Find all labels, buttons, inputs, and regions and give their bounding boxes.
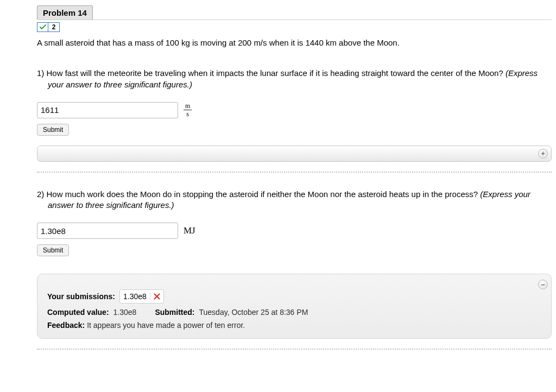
feedback-expander-1[interactable]: +: [37, 146, 552, 162]
unit-mj: MJ: [184, 225, 195, 236]
problem-title: Problem 14: [43, 8, 87, 17]
problem-tab[interactable]: Problem 14: [37, 5, 93, 20]
submitted-value: Tuesday, October 25 at 8:36 PM: [199, 308, 308, 317]
your-submissions-label: Your submissions:: [47, 292, 115, 301]
divider: [37, 349, 552, 350]
status-badge: 2: [37, 22, 552, 32]
submission-value: 1.30e8: [123, 292, 147, 301]
question-2-text: 2) How much work does the Moon do in sto…: [48, 189, 552, 211]
unit-m-per-s: m s: [184, 103, 192, 117]
computed-value-label: Computed value:: [47, 308, 109, 317]
attempt-count: 2: [48, 22, 60, 32]
submission-chip: 1.30e8: [119, 289, 164, 304]
computed-value: 1.30e8: [113, 308, 137, 317]
question-1-text: 1) How fast will the meteorite be travel…: [48, 68, 552, 90]
feedback-label: Feedback:: [47, 321, 85, 330]
submit-button-1[interactable]: Submit: [37, 124, 69, 136]
question-2: 2) How much work does the Moon do in sto…: [37, 189, 552, 339]
answer-input-1[interactable]: [37, 102, 178, 118]
divider: [37, 172, 552, 173]
question-1: 1) How fast will the meteorite be travel…: [37, 68, 552, 162]
submit-button-2[interactable]: Submit: [37, 244, 69, 256]
x-icon: [154, 293, 160, 300]
check-icon: [37, 22, 48, 32]
feedback-text: It appears you have made a power of ten …: [87, 321, 245, 330]
answer-input-2[interactable]: [37, 223, 178, 239]
feedback-panel: − Your submissions: 1.30e8 Computed valu…: [37, 274, 552, 339]
minus-icon[interactable]: −: [538, 280, 548, 289]
problem-intro: A small asteroid that has a mass of 100 …: [37, 37, 552, 48]
submitted-label: Submitted:: [155, 308, 194, 317]
plus-icon[interactable]: +: [538, 149, 548, 159]
